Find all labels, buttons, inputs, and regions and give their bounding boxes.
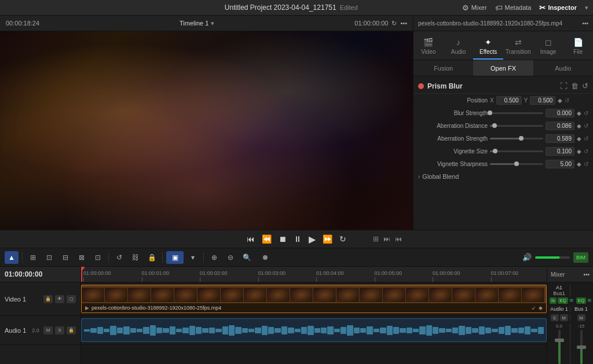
param-vignette-size-reset[interactable]: ↺ <box>584 148 588 155</box>
sub-tab-audio[interactable]: Audio <box>533 60 593 76</box>
param-vignette-size-keyframe[interactable]: ◆ <box>577 148 581 155</box>
tool-subtract[interactable]: ⊖ <box>224 251 237 264</box>
track-lock-audio1[interactable]: 🔒 <box>67 326 76 334</box>
param-aberration-strength-reset[interactable]: ↺ <box>584 135 588 142</box>
param-aberration-strength-keyframe[interactable]: ◆ <box>577 135 581 142</box>
track-mute-video1[interactable]: ◻ <box>67 295 76 303</box>
effect-expand-icon[interactable]: ⛶ <box>560 82 568 90</box>
tool-slide[interactable]: ⊠ <box>75 251 89 264</box>
video-track-clip[interactable]: ▶ pexels-cottonbro-studio-3188992-1920x1… <box>81 285 547 313</box>
track-eye-video1[interactable]: 👁 <box>55 295 64 303</box>
track-lock-video1[interactable]: 🔒 <box>43 295 53 303</box>
fader-track-bus1[interactable] <box>580 330 583 364</box>
param-vignette-size-slider[interactable] <box>490 150 543 152</box>
volume-slider[interactable] <box>535 256 570 259</box>
tool-select[interactable]: ▲ <box>5 251 19 264</box>
tool-dynamic-trim[interactable]: ⊡ <box>42 251 56 264</box>
main-area: 00:00:18:24 Timeline 1 ▾ 01:00:00:00 ↻ •… <box>0 16 593 364</box>
audio-tab-label: Audio <box>451 49 466 55</box>
timeline-ruler[interactable]: 01:00:00:00 01:00:01:00 01:00:02:00 01:0… <box>81 267 547 282</box>
fx-btn-a1[interactable]: fx <box>550 297 557 304</box>
transport-next-frame[interactable]: ⏮ <box>395 235 402 243</box>
tool-trim[interactable]: ⊞ <box>26 251 40 264</box>
tool-mode-dropdown[interactable]: ▾ <box>186 251 200 264</box>
tab-file[interactable]: 📄 File <box>563 34 593 60</box>
mixer-menu[interactable]: ••• <box>583 271 590 278</box>
param-blur-strength-reset[interactable]: ↺ <box>584 110 588 116</box>
param-vignette-size-row: Vignette Size ◆ ↺ <box>413 145 593 157</box>
tool-lock[interactable]: 🔒 <box>145 251 159 264</box>
tool-ripple[interactable]: ↺ <box>112 251 126 264</box>
audio-track-clip[interactable] <box>81 318 547 342</box>
sm-btn-m-a1[interactable]: M <box>560 314 568 321</box>
param-aberration-distance-reset[interactable]: ↺ <box>584 123 588 129</box>
tool-slip[interactable]: ⊟ <box>58 251 72 264</box>
effect-enable-dot[interactable] <box>418 83 424 89</box>
param-position-x[interactable] <box>496 96 522 105</box>
inspector-button[interactable]: ✂ Inspector <box>539 3 577 12</box>
param-vignette-sharpness-slider[interactable] <box>490 163 543 165</box>
transport-play[interactable]: ▶ <box>309 234 316 245</box>
transport-fast-forward[interactable]: ⏩ <box>323 234 332 244</box>
param-blur-strength-keyframe[interactable]: ◆ <box>577 110 581 116</box>
toolbar-sep-2 <box>108 252 109 263</box>
transport-prev-frame[interactable]: ⏭ <box>383 235 390 243</box>
tool-link[interactable]: ⛓ <box>129 251 142 264</box>
tab-audio[interactable]: ♪ Audio <box>444 34 474 60</box>
param-blur-strength-slider[interactable] <box>490 112 543 114</box>
track-mute-audio1[interactable]: M <box>43 326 53 334</box>
tab-image[interactable]: ◻ Image <box>533 34 563 60</box>
param-position-reset[interactable]: ↺ <box>565 97 569 104</box>
mixer-bus1-label: Bus1 <box>550 291 569 296</box>
transport-frame-icon[interactable]: ⊞ <box>373 235 379 243</box>
global-blend-row[interactable]: › Global Blend <box>413 170 593 183</box>
transport-pause[interactable]: ⏸ <box>294 234 302 244</box>
param-aberration-strength-value[interactable] <box>546 134 574 143</box>
param-aberration-distance-slider[interactable] <box>490 125 543 127</box>
sub-tab-openfx[interactable]: Open FX <box>473 60 533 76</box>
fader-track-a1[interactable] <box>558 330 561 364</box>
inspector-content: Prism Blur ⛶ 🗑 ↺ Position X Y <box>413 76 593 230</box>
tool-add[interactable]: ⊕ <box>207 251 221 264</box>
param-position-y[interactable] <box>530 96 555 105</box>
workspace-menu[interactable]: ▾ <box>585 4 588 12</box>
param-blur-strength-value[interactable] <box>546 109 574 117</box>
eq-btn-bus1[interactable]: EQ <box>576 297 587 304</box>
transport-rewind[interactable]: ⏪ <box>262 234 272 244</box>
tab-transition[interactable]: ⇄ Transition <box>503 34 533 60</box>
param-aberration-distance-keyframe[interactable]: ◆ <box>577 123 581 129</box>
tool-razor[interactable]: ⊡ <box>91 251 105 264</box>
metadata-button[interactable]: 🏷 Metadata <box>495 3 532 12</box>
preview-menu-icon[interactable]: ••• <box>400 20 407 27</box>
thumb-frame-9 <box>290 288 313 302</box>
fader-handle-bus1[interactable] <box>577 345 586 349</box>
transport-prev-clip[interactable]: ⏮ <box>247 234 255 244</box>
param-vignette-sharpness-keyframe[interactable]: ◆ <box>577 161 581 167</box>
sm-btn-s-a1[interactable]: S <box>551 314 559 321</box>
param-aberration-strength-slider[interactable] <box>490 138 543 139</box>
param-vignette-size-value[interactable] <box>546 147 574 156</box>
tool-mode-active[interactable]: ▣ <box>166 251 184 264</box>
transport-loop[interactable]: ↻ <box>339 234 346 244</box>
preview-loop-icon[interactable]: ↻ <box>391 20 397 27</box>
param-vignette-sharpness-reset[interactable]: ↺ <box>584 161 588 167</box>
timeline-chevron[interactable]: ▾ <box>211 20 214 27</box>
waveform-bar <box>327 326 333 334</box>
tool-zoom[interactable]: 🔍 <box>240 251 254 264</box>
param-position-keyframe[interactable]: ◆ <box>558 97 562 104</box>
fader-handle-a1[interactable] <box>555 339 564 342</box>
tab-effects[interactable]: ✦ Effects <box>473 34 503 60</box>
param-vignette-sharpness-value[interactable] <box>546 160 574 168</box>
sm-btn-m-bus1[interactable]: M <box>577 314 585 321</box>
thumb-frame-18 <box>499 288 522 302</box>
transport-stop[interactable]: ⏹ <box>279 234 287 244</box>
track-solo-audio1[interactable]: S <box>55 326 64 334</box>
eq-btn-a1[interactable]: EQ <box>558 297 568 304</box>
sub-tab-fusion[interactable]: Fusion <box>413 60 473 76</box>
effect-reset-icon[interactable]: ↺ <box>582 82 588 90</box>
mixer-button[interactable]: ⚙ Mixer <box>462 3 487 12</box>
tab-video[interactable]: 🎬 Video <box>413 34 444 60</box>
inspector-menu[interactable]: ••• <box>582 20 588 27</box>
param-aberration-distance-value[interactable] <box>546 122 574 130</box>
effect-delete-icon[interactable]: 🗑 <box>571 82 579 90</box>
